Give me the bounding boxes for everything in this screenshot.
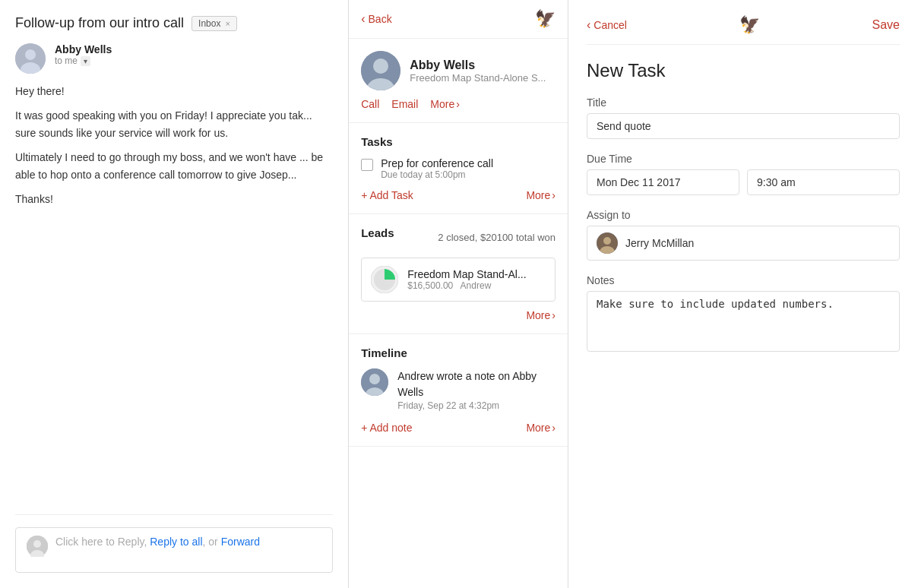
reply-to-all-link[interactable]: Reply to all	[150, 536, 202, 548]
leads-header: Leads 2 closed, $20100 total won	[361, 226, 556, 248]
due-time-input[interactable]	[747, 169, 900, 195]
more-label: More	[430, 98, 454, 110]
cancel-chevron-icon	[587, 18, 590, 32]
task-item: Prep for conference call Due today at 5:…	[361, 157, 556, 180]
assignee-name: Jerry McMillan	[625, 237, 694, 249]
crm-panel: Back 🦅 Abby Wells Freedom Map Stand-Alon…	[349, 0, 568, 588]
email-reply-bar[interactable]: Click here to Reply, Reply to all, or Fo…	[15, 527, 333, 573]
lead-meta: $16,500.00 Andrew	[407, 280, 526, 291]
email-divider	[15, 514, 333, 515]
more-chevron-icon	[456, 98, 460, 110]
tasks-footer: + Add Task More	[361, 189, 556, 201]
crm-logo-icon: 🦅	[535, 9, 556, 29]
leads-title: Leads	[361, 226, 394, 239]
inbox-label: Inbox	[198, 18, 220, 29]
title-field: Title	[587, 96, 900, 139]
title-input[interactable]	[587, 113, 900, 139]
lead-icon	[371, 266, 398, 293]
notes-textarea[interactable]: Make sure to include updated numbers.	[587, 291, 900, 352]
email-meta: Abby Wells to me ▾	[15, 43, 333, 74]
assign-label: Assign to	[587, 209, 900, 221]
sender-avatar	[15, 43, 46, 74]
timeline-text: Andrew wrote a note on Abby Wells	[397, 368, 556, 400]
save-button[interactable]: Save	[872, 18, 900, 32]
contact-name: Abby Wells	[410, 58, 546, 72]
timeline-content: Andrew wrote a note on Abby Wells Friday…	[397, 368, 556, 411]
cancel-link[interactable]: Cancel	[587, 18, 627, 32]
contact-company: Freedom Map Stand-Alone S...	[410, 72, 546, 84]
timeline-footer: + Add note More	[361, 422, 556, 434]
tasks-section: Tasks Prep for conference call Due today…	[349, 123, 568, 214]
timeline-more-link[interactable]: More	[526, 422, 556, 434]
leads-more-chevron-icon	[552, 309, 556, 321]
due-date-input[interactable]	[587, 169, 739, 195]
assign-row[interactable]: Jerry McMillan	[587, 226, 900, 261]
forward-link[interactable]: Forward	[221, 536, 260, 548]
task-name: Prep for conference call	[381, 157, 493, 169]
lead-card[interactable]: Freedom Map Stand-Al... $16,500.00 Andre…	[361, 258, 556, 302]
lead-owner: Andrew	[461, 280, 492, 291]
contact-avatar	[361, 51, 400, 90]
timeline-more-chevron-icon	[552, 422, 556, 434]
leads-section: Leads 2 closed, $20100 total won Freedom…	[349, 214, 568, 334]
email-greeting: Hey there!	[15, 83, 333, 100]
svg-point-4	[33, 540, 41, 548]
back-label: Back	[369, 13, 392, 25]
add-note-link[interactable]: + Add note	[361, 422, 412, 434]
email-panel: Follow-up from our intro call Inbox × Ab…	[0, 0, 349, 588]
to-me-dropdown[interactable]: ▾	[81, 56, 90, 66]
task-checkbox[interactable]	[361, 159, 373, 171]
leads-more-label: More	[526, 309, 550, 321]
svg-point-7	[373, 58, 388, 74]
add-task-link[interactable]: + Add Task	[361, 189, 413, 201]
timeline-title: Timeline	[361, 346, 556, 359]
svg-point-1	[25, 49, 36, 60]
inbox-badge: Inbox ×	[192, 16, 237, 31]
lead-amount: $16,500.00	[407, 280, 453, 291]
tasks-more-chevron-icon	[552, 189, 556, 201]
task-due: Due today at 5:00pm	[381, 169, 493, 180]
back-link[interactable]: Back	[361, 12, 391, 26]
timeline-section: Timeline Andrew wrote a note on Abby Wel…	[349, 334, 568, 447]
call-link[interactable]: Call	[361, 98, 379, 110]
form-logo-icon: 🦅	[739, 15, 760, 35]
email-subject-row: Follow-up from our intro call Inbox ×	[15, 15, 333, 31]
due-time-field: Due Time	[587, 153, 900, 195]
due-time-row	[587, 169, 900, 195]
timeline-item: Andrew wrote a note on Abby Wells Friday…	[361, 368, 556, 411]
task-content: Prep for conference call Due today at 5:…	[381, 157, 493, 180]
email-link[interactable]: Email	[391, 98, 418, 110]
reply-avatar	[27, 536, 48, 557]
new-task-panel: Cancel 🦅 Save New Task Title Due Time As…	[568, 0, 918, 588]
assignee-avatar	[597, 232, 618, 254]
sender-name: Abby Wells	[55, 43, 112, 55]
contact-row: Abby Wells Freedom Map Stand-Alone S...	[361, 51, 556, 90]
svg-point-11	[369, 374, 380, 384]
lead-name: Freedom Map Stand-Al...	[407, 268, 526, 280]
tasks-more-link[interactable]: More	[526, 189, 556, 201]
svg-point-14	[603, 237, 611, 245]
form-title: New Task	[587, 60, 900, 81]
contact-actions: Call Email More	[361, 98, 556, 110]
due-time-label: Due Time	[587, 153, 900, 165]
leads-count: 2 closed, $20100 total won	[438, 232, 556, 243]
timeline-time: Friday, Sep 22 at 4:32pm	[397, 400, 556, 411]
email-body1: It was good speaking with you on Friday!…	[15, 107, 333, 141]
contact-section: Abby Wells Freedom Map Stand-Alone S... …	[349, 39, 568, 123]
cancel-label: Cancel	[594, 19, 627, 31]
reply-hint: Click here to Reply, Reply to all, or Fo…	[55, 536, 260, 548]
tasks-more-label: More	[526, 189, 550, 201]
email-body: Hey there! It was good speaking with you…	[15, 83, 333, 502]
leads-footer: More	[361, 309, 556, 321]
leads-more-link[interactable]: More	[526, 309, 556, 321]
notes-label: Notes	[587, 274, 900, 286]
to-me-label: to me ▾	[55, 55, 112, 66]
email-thanks: Thanks!	[15, 191, 333, 207]
inbox-close-icon[interactable]: ×	[225, 19, 230, 28]
notes-field: Notes Make sure to include updated numbe…	[587, 274, 900, 354]
crm-header: Back 🦅	[349, 0, 568, 39]
title-label: Title	[587, 96, 900, 109]
contact-more-link[interactable]: More	[430, 98, 460, 110]
email-subject: Follow-up from our intro call	[15, 15, 184, 31]
task-form-header: Cancel 🦅 Save	[587, 15, 900, 45]
